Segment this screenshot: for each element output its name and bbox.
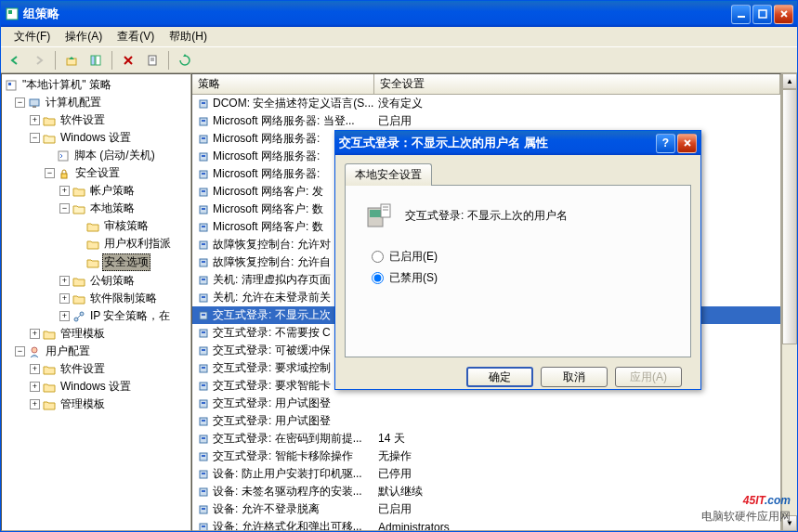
policy-item-icon [196, 186, 211, 199]
list-cell-policy: 交互式登录: 用户试图登 [192, 412, 374, 430]
list-row[interactable]: 交互式登录: 用户试图登 [192, 412, 780, 430]
toolbar [1, 47, 797, 73]
tree-user-rights[interactable]: 用户权利指派 [4, 235, 189, 253]
expand-icon[interactable]: + [30, 399, 40, 409]
tree-audit-policy[interactable]: 审核策略 [4, 217, 189, 235]
tree-windows-settings-2[interactable]: +Windows 设置 [4, 378, 189, 396]
tree-root[interactable]: "本地计算机" 策略 [4, 76, 189, 94]
menu-help[interactable]: 帮助(H) [162, 27, 215, 46]
policy-folder-icon [72, 202, 86, 215]
list-row[interactable]: 交互式登录: 用户试图登 [192, 395, 780, 412]
tree-panel[interactable]: "本地计算机" 策略 −计算机配置 +软件设置 −Windows 设置 脚本 (… [1, 73, 191, 531]
expand-icon[interactable]: + [30, 115, 40, 125]
menu-action[interactable]: 操作(A) [58, 27, 110, 46]
tree-windows-settings[interactable]: −Windows 设置 [4, 129, 189, 147]
radio-disabled-input[interactable] [372, 272, 384, 284]
list-cell-setting: 14 天 [374, 430, 780, 448]
tree-admin-templates[interactable]: +管理模板 [4, 325, 189, 343]
ok-button[interactable]: 确定 [466, 367, 533, 387]
list-row[interactable]: 设备: 允许不登录脱离已启用 [192, 500, 780, 518]
vertical-scrollbar[interactable]: ▲ ▼ [781, 73, 797, 531]
col-setting[interactable]: 安全设置 [374, 74, 780, 94]
menu-view[interactable]: 查看(V) [110, 27, 162, 46]
tree-security-options[interactable]: 安全选项 [4, 253, 189, 272]
close-button[interactable] [774, 5, 793, 24]
forward-button[interactable] [29, 50, 49, 71]
tree-public-key[interactable]: +公钥策略 [4, 272, 189, 290]
apply-button[interactable]: 应用(A) [615, 367, 682, 387]
tree-account-policy[interactable]: +帐户策略 [4, 182, 189, 200]
cancel-button[interactable]: 取消 [541, 367, 608, 387]
expand-icon[interactable]: + [59, 293, 70, 304]
maximize-button[interactable] [752, 5, 772, 24]
up-folder-button[interactable] [61, 50, 82, 71]
radio-enabled[interactable]: 已启用(E) [372, 249, 672, 265]
collapse-icon[interactable]: − [59, 203, 70, 214]
watermark: 45IT.com 电脑软硬件应用网 [701, 489, 791, 525]
svg-rect-37 [202, 243, 205, 245]
list-row[interactable]: 设备: 防止用户安装打印机驱...已停用 [192, 465, 780, 483]
svg-rect-31 [202, 190, 205, 192]
collapse-icon[interactable]: − [45, 168, 55, 178]
refresh-button[interactable] [175, 50, 195, 71]
list-row[interactable]: 交互式登录: 在密码到期前提...14 天 [192, 430, 780, 448]
svg-rect-39 [202, 261, 205, 263]
radio-enabled-input[interactable] [372, 251, 384, 263]
policy-item-icon [196, 115, 211, 128]
expand-icon[interactable]: + [30, 364, 40, 374]
svg-rect-69 [202, 526, 205, 527]
list-cell-policy: Microsoft 网络服务器: 当登... [192, 112, 374, 130]
svg-rect-14 [59, 151, 68, 161]
back-button[interactable] [5, 50, 25, 71]
list-row[interactable]: 设备: 允许格式化和弹出可移...Administrators [192, 518, 780, 530]
show-hide-tree-button[interactable] [85, 50, 106, 71]
policy-item-icon [196, 221, 211, 234]
tree-local-policy[interactable]: −本地策略 [4, 200, 189, 217]
list-row[interactable]: 交互式登录: 智能卡移除操作无操作 [192, 448, 780, 465]
tree-software-settings[interactable]: +软件设置 [4, 111, 189, 129]
collapse-icon[interactable]: − [30, 133, 40, 143]
toolbar-separator [55, 51, 56, 70]
watermark-logo: 45IT.com [701, 489, 791, 509]
scroll-thumb[interactable] [782, 89, 797, 344]
network-icon [72, 310, 86, 323]
expand-icon[interactable]: + [30, 329, 40, 339]
list-row[interactable]: Microsoft 网络服务器: 当登...已启用 [192, 112, 780, 130]
list-row[interactable]: DCOM: 安全描述符定义语言(S...没有定义 [192, 95, 780, 112]
policy-item-icon [196, 397, 211, 410]
dialog-close-button[interactable] [677, 134, 697, 153]
tree-computer-config[interactable]: −计算机配置 [4, 94, 189, 111]
watermark-subtitle: 电脑软硬件应用网 [701, 509, 791, 525]
tree-security-settings[interactable]: −安全设置 [4, 164, 189, 182]
tree-software-settings-2[interactable]: +软件设置 [4, 360, 189, 378]
expand-icon[interactable]: + [59, 186, 70, 196]
collapse-icon[interactable]: − [15, 97, 25, 108]
svg-rect-4 [67, 58, 76, 65]
col-policy[interactable]: 策略 [192, 74, 374, 94]
expand-icon[interactable]: + [59, 276, 70, 286]
svg-line-18 [77, 315, 81, 318]
radio-group: 已启用(E) 已禁用(S) [372, 249, 672, 286]
tree-user-config[interactable]: −用户配置 [4, 343, 189, 360]
dialog-help-button[interactable]: ? [656, 134, 675, 153]
expand-icon[interactable]: + [59, 311, 70, 321]
minimize-button[interactable] [731, 5, 751, 24]
list-row[interactable]: 设备: 未签名驱动程序的安装...默认继续 [192, 483, 780, 500]
tree-admin-templates-2[interactable]: +管理模板 [4, 396, 189, 413]
svg-rect-49 [202, 349, 205, 351]
menu-file[interactable]: 文件(F) [7, 27, 58, 46]
tree-scripts[interactable]: 脚本 (启动/关机) [4, 147, 189, 164]
expand-icon[interactable]: + [30, 382, 40, 392]
toolbar-separator [168, 51, 169, 70]
policy-item-icon [196, 380, 211, 393]
radio-disabled[interactable]: 已禁用(S) [372, 270, 672, 286]
collapse-icon[interactable]: − [15, 346, 25, 357]
scroll-track[interactable] [782, 89, 797, 515]
delete-button[interactable] [118, 50, 138, 71]
scroll-up-button[interactable]: ▲ [782, 73, 797, 89]
properties-button[interactable] [142, 50, 163, 71]
tree-ip-security[interactable]: +IP 安全策略，在 [4, 307, 189, 325]
tab-local-security[interactable]: 本地安全设置 [345, 163, 432, 186]
tree-software-restrict[interactable]: +软件限制策略 [4, 290, 189, 307]
list-cell-policy: 设备: 允许格式化和弹出可移... [192, 518, 374, 530]
